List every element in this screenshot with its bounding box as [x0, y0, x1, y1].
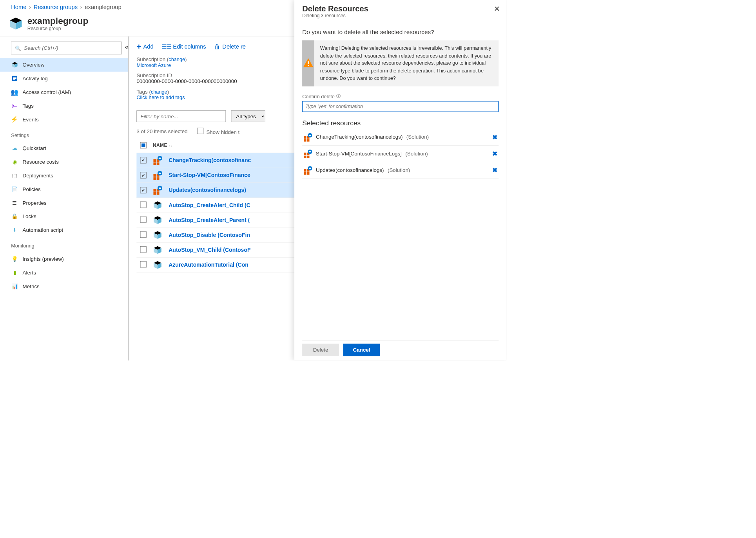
- selection-count: 3 of 20 items selected: [136, 128, 187, 134]
- tags-label: Tags (: [136, 88, 150, 94]
- remove-icon[interactable]: ✖: [492, 166, 497, 174]
- nav-icon: ☰: [11, 199, 18, 207]
- chevron-right-icon: ›: [29, 4, 31, 10]
- resource-type-icon: [153, 245, 162, 255]
- selected-resource-type: (Solution): [405, 151, 428, 157]
- panel-title: Delete Resources: [302, 4, 499, 13]
- sidebar-item-locks[interactable]: 🔒Locks: [0, 209, 128, 223]
- sidebar-search-input[interactable]: [11, 42, 122, 54]
- remove-icon[interactable]: ✖: [492, 134, 497, 141]
- breadcrumb-current: examplegroup: [85, 4, 121, 10]
- delete-rg-button[interactable]: 🗑Delete re: [214, 43, 246, 51]
- resource-type-icon: [153, 230, 162, 240]
- sidebar-item-automation-script[interactable]: ⬇Automation script: [0, 223, 128, 237]
- resource-type-icon: [153, 215, 162, 225]
- types-select[interactable]: All types: [231, 110, 265, 122]
- columns-icon: ☰☰: [161, 43, 171, 50]
- remove-icon[interactable]: ✖: [492, 150, 497, 157]
- settings-section-label: Settings: [0, 126, 128, 141]
- resource-type-icon: [153, 186, 162, 195]
- selected-resource-row: Start-Stop-VM[ContosoFinanceLogs](Soluti…: [302, 146, 499, 162]
- breadcrumb-home[interactable]: Home: [11, 4, 26, 10]
- selected-resource-row: Updates(contosofinancelogs)(Solution)✖: [302, 162, 499, 179]
- nav-icon: 📊: [11, 283, 18, 290]
- resource-type-icon: [303, 166, 312, 175]
- sidebar-item-access-control-iam-[interactable]: 👥Access control (IAM): [0, 85, 128, 99]
- sidebar-item-policies[interactable]: 📄Policies: [0, 182, 128, 196]
- resource-name[interactable]: AutoStop_CreateAlert_Child (C: [169, 202, 250, 208]
- nav-icon: [11, 61, 18, 69]
- filter-by-name-input[interactable]: [136, 110, 226, 122]
- resource-name[interactable]: AutoStop_Disable (ContosoFin: [169, 232, 250, 238]
- subscription-label: Subscription (: [136, 56, 169, 62]
- warning-box: Warning! Deleting the selected resources…: [302, 40, 499, 86]
- resource-type-icon: [153, 171, 162, 180]
- svg-rect-13: [13, 78, 16, 79]
- resource-name[interactable]: Updates(contosofinancelogs): [169, 187, 246, 193]
- show-hidden-checkbox[interactable]: [197, 128, 203, 134]
- sort-icon: ↑↓: [169, 143, 173, 148]
- selected-resource-row: ChangeTracking(contosofinancelogs)(Solut…: [302, 129, 499, 145]
- edit-columns-button[interactable]: ☰☰Edit columns: [161, 43, 206, 50]
- sidebar-item-tags[interactable]: 🏷Tags: [0, 99, 128, 113]
- sidebar-item-resource-costs[interactable]: ◉Resource costs: [0, 155, 128, 169]
- sidebar-item-metrics[interactable]: 📊Metrics: [0, 280, 128, 293]
- warning-message: Warning! Deleting the selected resources…: [314, 40, 499, 86]
- close-button[interactable]: ✕: [494, 5, 500, 13]
- sidebar-item-insights-preview-[interactable]: 💡Insights (preview): [0, 252, 128, 266]
- resource-type-icon: [153, 200, 162, 210]
- row-checkbox[interactable]: [140, 172, 147, 179]
- add-button[interactable]: +Add: [136, 42, 153, 51]
- tags-change-link[interactable]: change: [151, 89, 167, 94]
- svg-rect-12: [13, 77, 16, 78]
- selected-resources-heading: Selected resources: [302, 119, 499, 127]
- cancel-button[interactable]: Cancel: [343, 344, 380, 356]
- row-checkbox[interactable]: [140, 231, 147, 238]
- panel-subtitle: Deleting 3 resources: [302, 13, 499, 24]
- breadcrumb-resource-groups[interactable]: Resource groups: [34, 4, 78, 10]
- nav-icon: 💡: [11, 255, 18, 263]
- nav-icon: ▮: [11, 269, 18, 276]
- row-checkbox[interactable]: [140, 216, 147, 222]
- selected-resource-type: (Solution): [406, 134, 429, 140]
- resource-name[interactable]: ChangeTracking(contosofinanc: [169, 157, 251, 163]
- sidebar: « 🔍 OverviewActivity log👥Access control …: [0, 36, 129, 360]
- sidebar-item-activity-log[interactable]: Activity log: [0, 72, 128, 85]
- select-all-checkbox[interactable]: [140, 142, 147, 148]
- sidebar-item-events[interactable]: ⚡Events: [0, 112, 128, 126]
- row-checkbox[interactable]: [140, 187, 147, 193]
- sidebar-item-quickstart[interactable]: ☁Quickstart: [0, 141, 128, 155]
- row-checkbox[interactable]: [140, 157, 147, 163]
- row-checkbox[interactable]: [140, 261, 147, 267]
- selected-resource-name: ChangeTracking(contosofinancelogs): [316, 134, 402, 140]
- sidebar-item-alerts[interactable]: ▮Alerts: [0, 266, 128, 280]
- subscription-link[interactable]: Microsoft Azure: [136, 62, 171, 68]
- tags-add-link[interactable]: Click here to add tags: [136, 95, 185, 100]
- sidebar-item-overview[interactable]: Overview: [0, 58, 128, 72]
- row-checkbox[interactable]: [140, 246, 147, 253]
- delete-button[interactable]: Delete: [302, 344, 339, 356]
- name-column-header[interactable]: NAME↑↓: [153, 143, 173, 148]
- row-checkbox[interactable]: [140, 201, 147, 208]
- confirm-delete-label: Confirm deleteⓘ: [302, 94, 499, 99]
- resource-name[interactable]: AutoStop_CreateAlert_Parent (: [169, 217, 250, 223]
- subscription-change-link[interactable]: change: [169, 57, 185, 62]
- nav-icon: ⬇: [11, 226, 18, 234]
- resource-type-icon: [153, 155, 162, 165]
- resource-name[interactable]: AzureAutomationTutorial (Con: [169, 262, 248, 268]
- nav-icon: [11, 75, 18, 82]
- plus-icon: +: [136, 42, 141, 51]
- subscription-id-label: Subscription ID: [136, 72, 172, 78]
- nav-icon: ☁: [11, 144, 18, 152]
- nav-icon: 📄: [11, 186, 18, 193]
- resource-type-icon: [303, 133, 312, 142]
- sidebar-item-deployments[interactable]: ⬚Deployments: [0, 169, 128, 182]
- delete-resources-panel: ✕ Delete Resources Deleting 3 resources …: [294, 0, 506, 361]
- info-icon: ⓘ: [336, 94, 341, 99]
- confirm-delete-input[interactable]: [302, 101, 499, 112]
- collapse-icon[interactable]: «: [125, 43, 129, 51]
- resource-name[interactable]: AutoStop_VM_Child (ContosoF: [169, 247, 250, 253]
- resource-name[interactable]: Start-Stop-VM[ContosoFinance: [169, 172, 250, 179]
- trash-icon: 🗑: [214, 43, 220, 51]
- sidebar-item-properties[interactable]: ☰Properties: [0, 196, 128, 209]
